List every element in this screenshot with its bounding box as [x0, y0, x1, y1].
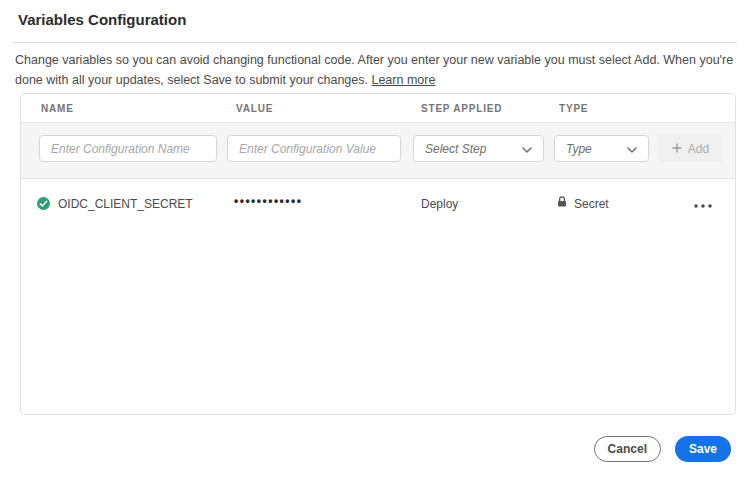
checkmark-circle-icon: [37, 196, 50, 209]
plus-icon: [672, 142, 682, 156]
type-select[interactable]: Type: [554, 135, 649, 162]
type-selected-value: Type: [566, 142, 592, 156]
variable-type: Secret: [557, 196, 609, 211]
description-text: Change variables so you can avoid changi…: [15, 50, 739, 90]
column-header-type: TYPE: [559, 103, 588, 114]
configuration-name-input[interactable]: [39, 135, 217, 162]
footer-actions: Cancel Save: [594, 436, 731, 462]
add-button[interactable]: Add: [658, 135, 723, 162]
configuration-value-input[interactable]: [227, 135, 401, 162]
save-button[interactable]: Save: [675, 436, 731, 462]
more-dots-icon: [694, 196, 712, 211]
add-variable-row: Select Step Type Add: [21, 122, 735, 179]
chevron-down-icon: [627, 142, 637, 156]
add-button-label: Add: [688, 142, 709, 156]
title-divider: [13, 42, 737, 43]
variable-masked-value: ••••••••••••: [234, 194, 302, 208]
column-header-step-applied: STEP APPLIED: [421, 103, 502, 114]
variables-table: NAME VALUE STEP APPLIED TYPE Select Step…: [20, 93, 736, 415]
page-title: Variables Configuration: [18, 11, 186, 28]
row-more-menu-button[interactable]: [689, 193, 717, 213]
column-header-value: VALUE: [236, 103, 273, 114]
column-header-name: NAME: [41, 103, 74, 114]
variable-step: Deploy: [421, 197, 458, 211]
learn-more-link[interactable]: Learn more: [371, 73, 435, 87]
variable-name: OIDC_CLIENT_SECRET: [58, 197, 193, 211]
variable-type-label: Secret: [574, 197, 609, 211]
lock-icon: [557, 196, 567, 211]
chevron-down-icon: [522, 142, 532, 156]
step-applied-select[interactable]: Select Step: [413, 135, 544, 162]
table-row: OIDC_CLIENT_SECRET •••••••••••• Deploy S…: [21, 179, 735, 227]
step-applied-selected-value: Select Step: [425, 142, 486, 156]
cancel-button[interactable]: Cancel: [594, 436, 661, 462]
